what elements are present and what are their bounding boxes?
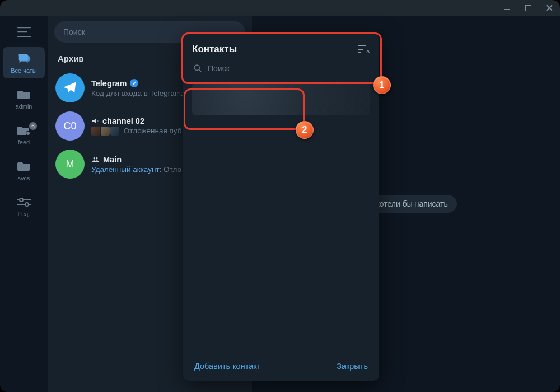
svg-rect-2 <box>17 36 31 37</box>
modal-search-placeholder: Поиск <box>208 64 230 73</box>
chat-name-text: Main <box>103 155 122 164</box>
sort-az-icon: A <box>358 45 370 54</box>
folder-icon <box>17 88 31 101</box>
modal-footer: Добавить контакт Закрыть <box>183 354 379 381</box>
svg-point-4 <box>26 132 30 135</box>
megaphone-icon <box>91 117 99 125</box>
svg-rect-9 <box>358 45 366 46</box>
maximize-button[interactable] <box>524 4 532 12</box>
telegram-icon <box>62 80 78 96</box>
verified-icon <box>130 79 138 87</box>
rail-label: Все чаты <box>11 67 37 74</box>
rail-label: Ред. <box>17 211 30 217</box>
rail-item-svcs[interactable]: svcs <box>3 155 45 186</box>
media-thumbs <box>91 127 119 136</box>
minimize-button[interactable] <box>503 4 511 12</box>
rail-label: svcs <box>18 175 30 181</box>
rail-item-all-chats[interactable]: Все чаты <box>3 47 45 78</box>
rail-item-feed[interactable]: 6 feed <box>3 119 45 150</box>
svg-rect-0 <box>17 27 31 28</box>
rail-label: admin <box>16 103 32 110</box>
avatar-initials: C0 <box>63 120 76 132</box>
avatar-initials: M <box>66 158 74 170</box>
svg-rect-1 <box>17 31 27 32</box>
chats-icon <box>17 53 31 65</box>
chat-preview-text: : Отло <box>160 165 181 174</box>
folder-rail: Все чаты admin 6 feed svcs <box>0 16 48 392</box>
window-frame: Все чаты admin 6 feed svcs <box>0 0 560 392</box>
add-contact-button[interactable]: Добавить контакт <box>194 362 260 371</box>
avatar: M <box>55 150 85 179</box>
group-icon <box>91 156 100 164</box>
rail-label: feed <box>18 139 30 146</box>
rail-item-edit[interactable]: Ред. <box>3 190 45 222</box>
svg-point-13 <box>194 65 199 70</box>
chat-name-text: channel 02 <box>102 116 144 125</box>
close-modal-button[interactable]: Закрыть <box>337 362 368 371</box>
sliders-icon <box>17 196 31 208</box>
contacts-modal: Контакты A Поиск Добавить контакт Закрыт… <box>183 34 379 381</box>
close-window-button[interactable] <box>545 4 553 12</box>
svg-rect-10 <box>358 49 363 50</box>
menu-button[interactable] <box>12 21 36 43</box>
titlebar <box>0 0 560 16</box>
svg-point-8 <box>25 203 29 206</box>
search-placeholder: Поиск <box>63 27 85 36</box>
sort-button[interactable]: A <box>358 45 370 54</box>
modal-body <box>183 80 379 354</box>
chat-preview-text: Отложенная пуб <box>124 127 182 135</box>
svg-point-6 <box>20 198 23 202</box>
menu-icon <box>17 27 31 37</box>
rail-badge: 6 <box>29 122 37 130</box>
contact-row-blurred[interactable] <box>192 83 370 115</box>
chat-preview-sender: Удалённый аккаунт <box>91 165 160 174</box>
modal-header: Контакты A <box>183 34 379 59</box>
rail-item-admin[interactable]: admin <box>3 83 45 114</box>
avatar <box>55 73 85 102</box>
folder-icon <box>17 160 31 172</box>
svg-line-14 <box>199 69 201 72</box>
avatar: C0 <box>55 111 85 141</box>
chat-name-text: Telegram <box>91 79 127 88</box>
modal-search[interactable]: Поиск <box>183 59 379 80</box>
svg-rect-11 <box>358 52 361 53</box>
search-icon <box>193 64 202 73</box>
svg-text:A: A <box>366 49 370 54</box>
modal-title: Контакты <box>192 44 237 55</box>
